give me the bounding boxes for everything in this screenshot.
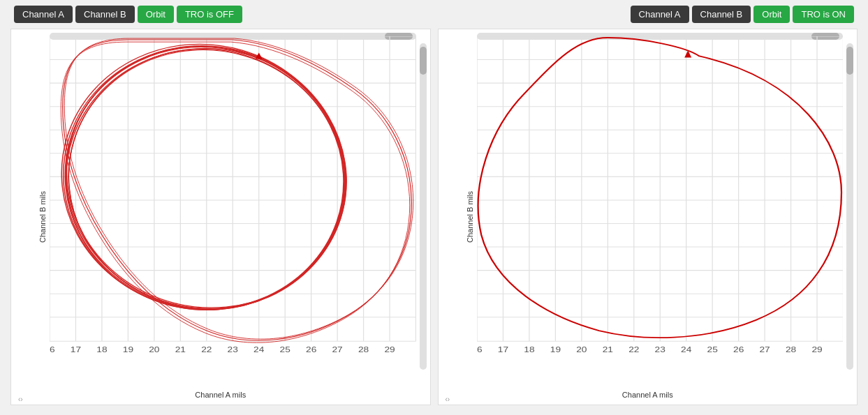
right-y-axis-label: Channel B mils	[465, 191, 473, 243]
left-y-axis-label: Channel B mils	[38, 191, 47, 243]
right-channel-b-button[interactable]: Channel B	[692, 6, 751, 23]
left-chart-area: 28 27 26 25 24 23 22 21 20 19 18 17 16 1…	[50, 36, 416, 370]
svg-text:17: 17	[497, 345, 508, 354]
svg-text:27: 27	[332, 345, 342, 354]
top-bar: Channel A Channel B Orbit TRO is OFF Cha…	[0, 0, 868, 29]
right-chart-svg: 28 27 26 25 24 23 22 21 20 19 18 17 16 1…	[477, 36, 844, 370]
svg-point-60	[58, 40, 357, 317]
svg-text:28: 28	[358, 345, 369, 354]
left-scrollbar-v[interactable]	[420, 43, 427, 370]
svg-text:21: 21	[175, 345, 186, 354]
svg-text:18: 18	[524, 345, 534, 354]
left-orbit-button[interactable]: Orbit	[138, 6, 174, 23]
svg-text:16: 16	[477, 345, 483, 354]
svg-text:22: 22	[628, 345, 639, 354]
right-scrollbar-v[interactable]	[846, 43, 853, 370]
svg-text:19: 19	[123, 345, 133, 354]
left-channel-a-button[interactable]: Channel A	[14, 6, 73, 23]
svg-text:25: 25	[707, 345, 717, 354]
svg-text:26: 26	[306, 345, 316, 354]
left-chart-svg: 28 27 26 25 24 23 22 21 20 19 18 17 16 1…	[50, 36, 416, 370]
right-nav-arrows[interactable]: ‹›	[446, 395, 450, 403]
svg-text:27: 27	[759, 345, 770, 354]
left-scrollbar-thumb-v[interactable]	[420, 47, 427, 75]
right-tro-button[interactable]: TRO is ON	[793, 6, 854, 23]
svg-point-62	[50, 36, 365, 321]
svg-text:29: 29	[384, 345, 395, 354]
right-x-axis-label: Channel A mils	[622, 391, 673, 399]
left-nav-arrows[interactable]: ‹›	[18, 395, 23, 403]
charts-container: Channel B mils Channel A mils	[0, 29, 868, 405]
svg-text:17: 17	[71, 345, 81, 354]
svg-point-56	[52, 38, 358, 319]
left-x-axis-label: Channel A mils	[195, 391, 246, 399]
svg-text:24: 24	[253, 345, 264, 354]
svg-text:25: 25	[280, 345, 290, 354]
left-channel-b-button[interactable]: Channel B	[75, 6, 135, 23]
right-chart-area: 28 27 26 25 24 23 22 21 20 19 18 17 16 1…	[477, 36, 844, 370]
right-orbit-button[interactable]: Orbit	[753, 6, 790, 23]
svg-text:29: 29	[811, 345, 822, 354]
right-scrollbar-thumb-v[interactable]	[846, 47, 853, 75]
svg-point-59	[50, 36, 362, 320]
svg-point-61	[50, 37, 358, 319]
left-chart: Channel B mils Channel A mils	[10, 29, 431, 405]
svg-text:22: 22	[201, 345, 212, 354]
right-chart: Channel B mils Channel A mils	[438, 29, 858, 405]
svg-text:24: 24	[681, 345, 691, 354]
svg-text:20: 20	[149, 345, 159, 354]
svg-text:16: 16	[50, 345, 55, 354]
svg-point-58	[50, 36, 358, 319]
svg-text:20: 20	[576, 345, 587, 354]
right-button-group: Channel A Channel B Orbit TRO is ON	[631, 6, 854, 23]
svg-text:18: 18	[96, 345, 107, 354]
right-channel-a-button[interactable]: Channel A	[631, 6, 689, 23]
svg-text:21: 21	[602, 345, 612, 354]
svg-text:28: 28	[785, 345, 795, 354]
svg-text:26: 26	[733, 345, 744, 354]
svg-text:23: 23	[228, 345, 238, 354]
left-button-group: Channel A Channel B Orbit TRO is OFF	[14, 6, 242, 23]
svg-text:23: 23	[654, 345, 665, 354]
svg-text:19: 19	[550, 345, 560, 354]
left-tro-button[interactable]: TRO is OFF	[177, 6, 242, 23]
